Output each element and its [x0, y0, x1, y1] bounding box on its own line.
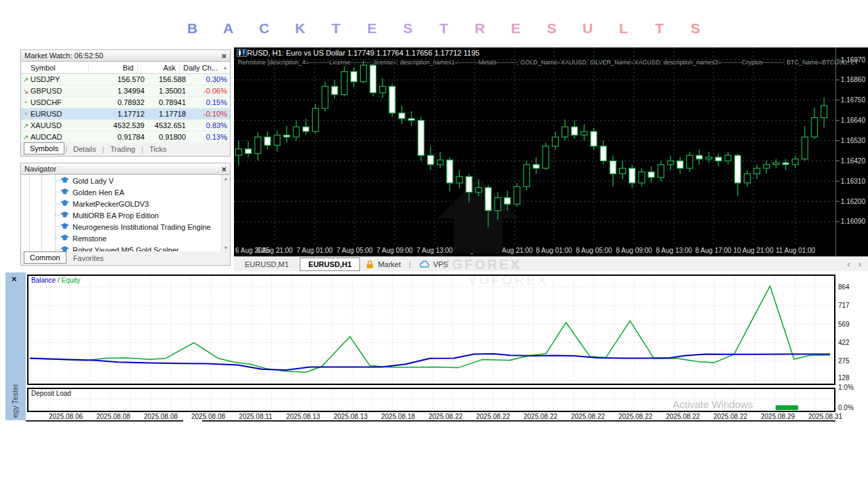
symbol-row-usdchf[interactable]: •USDCHF0.789320.789410.15% [21, 97, 230, 108]
navigator-item[interactable]: MarketPeckerGOLDV3 [21, 198, 230, 209]
market-button[interactable]: Market [360, 260, 406, 269]
column-header-bid[interactable]: Bid [88, 64, 137, 72]
broker-watermark: VGFOREX [468, 272, 549, 288]
svg-text:8 Aug 09:00: 8 Aug 09:00 [616, 247, 652, 254]
market-label: Market [378, 260, 401, 268]
title-letter: T [318, 20, 354, 37]
deposit-axis-label: 1.0% [838, 384, 867, 391]
daily-change-value: 0.15% [189, 98, 230, 106]
y-axis-label: 128 [838, 374, 867, 382]
tab-trading[interactable]: Trading [105, 144, 141, 155]
chart-mode-icon[interactable] [237, 49, 247, 57]
expert-advisor-icon [60, 235, 69, 242]
tab-common[interactable]: Common [24, 251, 66, 264]
mt5-window: BACKTESTRESULTS Market Watch: 06:52:50 ×… [0, 0, 868, 488]
svg-text:1.16860: 1.16860 [841, 76, 866, 83]
symbol-row-audcad[interactable]: ↗AUDCAD0.917840.918000.13% [21, 131, 230, 142]
x-axis-date-label: 2025.08.22 [707, 413, 754, 420]
column-header-ask[interactable]: Ask [137, 64, 179, 72]
close-icon[interactable]: × [221, 52, 226, 60]
scroll-up-icon[interactable]: ▲ [224, 176, 229, 181]
market-watch-columns: SymbolBidAskDaily Ch...▲ [21, 62, 230, 74]
close-icon[interactable]: × [221, 165, 226, 174]
scroll-down-icon[interactable]: ▼ [224, 137, 229, 142]
svg-text:6 Aug 21:00: 6 Aug 21:00 [256, 247, 293, 254]
separator: | [406, 260, 414, 268]
candlestick-chart[interactable]: 1.169701.168601.167501.166401.165301.164… [234, 47, 868, 256]
navigator-item[interactable]: Robot Yauved Mt5 Gold Scalper [21, 244, 230, 251]
navigator-item[interactable]: Gold Lady V [21, 175, 230, 186]
bid-value: 4532.539 [100, 121, 148, 129]
ask-value: 156.588 [148, 75, 189, 83]
close-icon[interactable]: × [12, 274, 17, 283]
title-letter: T [642, 20, 677, 37]
title-letter: C [246, 20, 282, 37]
market-watch-header[interactable]: Market Watch: 06:52:50 × [21, 50, 230, 62]
symbol-row-xauusd[interactable]: ↗XAUUSD4532.5394532.6510.83% [21, 120, 230, 131]
symbol-row-eurusd[interactable]: •EURUSD1.177121.17718-0.10% [21, 108, 230, 120]
tab-ticks[interactable]: Ticks [144, 144, 172, 155]
svg-text:11 Aug 01:00: 11 Aug 01:00 [776, 247, 816, 254]
bid-value: 1.34994 [100, 87, 148, 95]
svg-text:1.16310: 1.16310 [841, 178, 866, 185]
svg-text:7 Aug 01:00: 7 Aug 01:00 [296, 247, 333, 254]
ask-value: 0.91800 [148, 133, 189, 141]
title-letter: E [354, 20, 390, 37]
expert-advisor-icon [60, 177, 69, 184]
svg-text:8 Aug 17:00: 8 Aug 17:00 [695, 247, 732, 254]
x-axis-date-label: 2025.08.22 [564, 413, 612, 420]
title-letter: U [570, 20, 606, 37]
navigator-item[interactable]: Remstone [21, 232, 230, 244]
column-header-daily-change[interactable]: Daily Ch... [179, 64, 220, 72]
scroll-down-icon[interactable]: ▼ [224, 245, 229, 250]
symbol-row-gbpusd[interactable]: ↘GBPUSD1.349941.35001-0.06% [21, 85, 230, 97]
daily-change-value: -0.10% [189, 110, 230, 118]
y-axis-label: 864 [838, 283, 867, 291]
tab-details[interactable]: Details [68, 144, 102, 155]
x-axis-date-label: 2025.08.13 [327, 413, 374, 420]
navigator-item[interactable]: MultiORB EA Prop Edition [21, 209, 230, 221]
strategy-tester-strip: × egy Tester [5, 272, 26, 420]
expert-advisor-icon [60, 246, 69, 251]
navigator-item[interactable]: Neurogenesis Institutional Trading Engin… [21, 221, 230, 232]
tab-favorites[interactable]: Favorites [68, 253, 109, 264]
navigator-item[interactable]: Golden Hen EA [21, 186, 230, 198]
tab-scroll-left-icon[interactable]: ‹ [847, 259, 850, 269]
daily-change-value: -0.06% [189, 87, 230, 95]
svg-text:1.16420: 1.16420 [841, 157, 866, 165]
ask-value: 4532.651 [148, 121, 189, 129]
x-axis-date-label: 2025.08.22 [422, 413, 469, 420]
symbol-name: USDCHF [31, 98, 100, 106]
navigator-header[interactable]: Navigator × [21, 163, 230, 175]
svg-text:1.16750: 1.16750 [841, 96, 866, 104]
bid-value: 0.78932 [100, 98, 148, 106]
scroll-up-icon[interactable]: ▲ [220, 65, 230, 70]
balance-equity-chart[interactable] [27, 274, 835, 385]
tester-chart-legend: Balance / Equity [31, 277, 80, 284]
navigator-scrollbar[interactable]: ▲ ▼ [221, 175, 230, 251]
svg-text:1.16640: 1.16640 [841, 117, 866, 124]
column-header-symbol[interactable]: Symbol [21, 64, 88, 72]
navigator-tabs: CommonFavorites [21, 251, 230, 265]
trend-down-icon: ↘ [21, 87, 31, 95]
svg-text:8 Aug 05:00: 8 Aug 05:00 [576, 247, 612, 254]
tab-scroll-right-icon[interactable]: › [859, 259, 861, 269]
tab-symbols[interactable]: Symbols [24, 142, 64, 155]
title-letter: B [174, 20, 210, 37]
deposit-load-label: Deposit Load [31, 390, 71, 397]
navigator-item-label: Robot Yauved Mt5 Gold Scalper [73, 246, 179, 252]
symbol-row-usdjpy[interactable]: ↗USDJPY156.570156.5880.30% [21, 74, 230, 85]
chart-tab-bar: EURUSD,M1EURUSD,H1 Market | VPS ‹ › [234, 256, 868, 271]
symbol-name: USDJPY [31, 75, 100, 83]
navigator-item-label: Remstone [73, 235, 106, 243]
svg-text:7 Aug 13:00: 7 Aug 13:00 [416, 247, 453, 254]
market-watch-title: Market Watch: 06:52:50 [24, 52, 103, 60]
chart-tab-eurusd-m1[interactable]: EURUSD,M1 [237, 258, 297, 270]
bid-value: 156.570 [100, 75, 148, 83]
chart-tab-eurusd-h1[interactable]: EURUSD,H1 [300, 258, 361, 271]
y-axis-label: 569 [838, 321, 867, 328]
title-letter: S [677, 20, 713, 37]
symbol-name: AUDCAD [31, 133, 100, 141]
balance-legend: Balance [31, 277, 56, 284]
symbol-name: XAUUSD [31, 121, 100, 129]
